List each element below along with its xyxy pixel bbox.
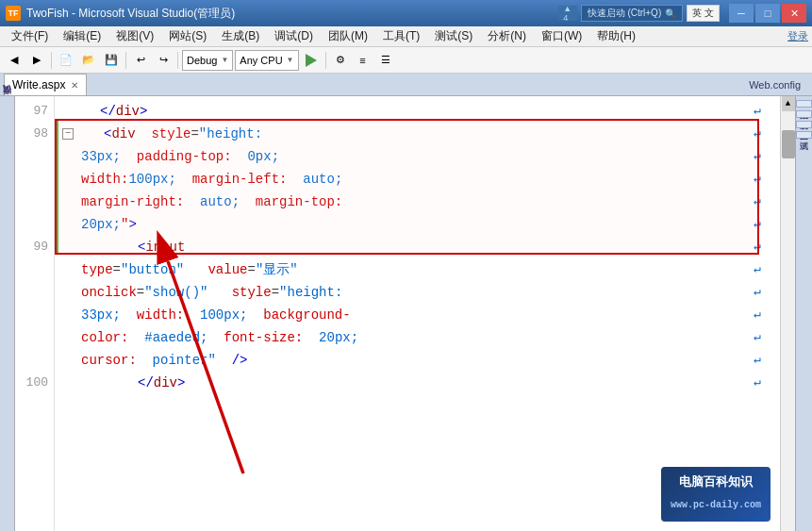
watermark: 电脑百科知识 www.pc-daily.com — [661, 467, 771, 522]
platform-dropdown[interactable]: Any CPU ▼ — [235, 50, 298, 71]
wrap-98b: ↵ — [754, 145, 761, 168]
new-button[interactable]: 📄 — [56, 50, 76, 71]
code-line-99e: color: #aaeded; font-size: 20px; ↵ — [62, 326, 780, 349]
tab-web-config[interactable]: Web.config — [741, 74, 808, 95]
line-num-blank-1 — [15, 145, 48, 168]
login-link[interactable]: 登录 — [787, 29, 808, 43]
wrap-99e: ↵ — [754, 326, 761, 349]
wrap-97: ↵ — [754, 100, 761, 123]
debug-mode-dropdown[interactable]: Debug ▼ — [182, 50, 233, 71]
line-num-blank-9 — [15, 349, 48, 372]
line-num-100: 100 — [15, 372, 48, 394]
code-line-98d: margin-right: auto; margin-top: ↵ — [62, 191, 780, 213]
maximize-button[interactable]: □ — [755, 4, 780, 23]
code-line-98e: 20px;"> ↵ — [62, 213, 780, 236]
menu-bar: 文件(F) 编辑(E) 视图(V) 网站(S) 生成(B) 调试(D) 团队(M… — [0, 26, 812, 47]
wrap-98d: ↵ — [754, 191, 761, 213]
wrap-99a: ↵ — [754, 236, 761, 258]
platform-dropdown-arrow: ▼ — [287, 56, 294, 64]
menu-view[interactable]: 视图(V) — [108, 26, 161, 46]
lang-indicator: 英 文 — [687, 5, 720, 22]
toolbar: ◀ ▶ 📄 📂 💾 ↩ ↪ Debug ▼ Any CPU ▼ ⚙ ≡ ☰ — [0, 47, 812, 74]
line-num-blank-6 — [15, 281, 48, 304]
play-icon — [306, 54, 317, 67]
line-num-97: 97 — [15, 100, 48, 123]
left-gutter: 调试 断点 — [0, 96, 15, 531]
scrollbar[interactable]: ▲ — [780, 96, 795, 531]
open-button[interactable]: 📂 — [78, 50, 99, 71]
watermark-url: www.pc-daily.com — [671, 494, 761, 517]
line-numbers: 97 98 99 100 — [15, 96, 55, 531]
window-title: TwoFish - Microsoft Visual Studio(管理员) — [26, 6, 558, 22]
tab-write-label: Write.aspx — [12, 78, 65, 91]
close-button[interactable]: ✕ — [782, 4, 806, 23]
wrap-98a: ↵ — [754, 123, 761, 145]
collapse-icon-98[interactable]: − — [62, 128, 74, 140]
toolbar-btn-6[interactable]: ☰ — [375, 50, 396, 71]
tab-bar: Write.aspx ✕ Web.config — [0, 74, 812, 96]
menu-build[interactable]: 生成(B) — [214, 26, 267, 46]
scroll-thumb[interactable] — [782, 130, 795, 158]
toolbar-separator-4 — [325, 52, 326, 69]
code-line-100: </div> ↵ — [62, 372, 780, 394]
run-button[interactable] — [301, 50, 322, 71]
window-controls: ─ □ ✕ — [729, 4, 806, 23]
back-button[interactable]: ◀ — [4, 50, 25, 71]
wrap-98c: ↵ — [754, 168, 761, 191]
line-num-99: 99 — [15, 236, 48, 258]
line-num-blank-7 — [15, 304, 48, 326]
wrap-99f: ↵ — [754, 349, 761, 372]
code-line-99f: cursor: pointer" /> ↵ — [62, 349, 780, 372]
menu-edit[interactable]: 编辑(E) — [56, 26, 108, 46]
tab-write-aspx[interactable]: Write.aspx ✕ — [4, 74, 87, 95]
scroll-up-btn[interactable]: ▲ — [782, 96, 795, 111]
menu-debug[interactable]: 调试(D) — [267, 26, 321, 46]
right-panel-error-list[interactable]: 错误列表 — [796, 110, 812, 118]
right-panel-find-results[interactable]: 查找结果 — [796, 100, 812, 108]
code-line-99d: 33px; width: 100px; background- ↵ — [62, 304, 780, 326]
line-num-blank-5 — [15, 258, 48, 281]
main-layout: 调试 断点 97 98 99 100 — [0, 96, 812, 531]
save-button[interactable]: 💾 — [101, 50, 122, 71]
line-num-blank-2 — [15, 168, 48, 191]
code-content[interactable]: </div> ↵ − <div style="height: ↵ 33px; — [55, 96, 780, 531]
menu-website[interactable]: 网站(S) — [161, 26, 214, 46]
menu-team[interactable]: 团队(M) — [321, 26, 375, 46]
attach-button[interactable]: ⚙ — [330, 50, 351, 71]
debug-dropdown-arrow: ▼ — [221, 56, 228, 64]
toolbar-separator-1 — [51, 52, 52, 69]
menu-help[interactable]: 帮助(H) — [589, 26, 643, 46]
line-num-blank-4 — [15, 213, 48, 236]
code-line-99c: onclick="show()" style="height: ↵ — [62, 281, 780, 304]
forward-button[interactable]: ▶ — [26, 50, 47, 71]
menu-analyze[interactable]: 分析(N) — [480, 26, 534, 46]
code-line-97: </div> ↵ — [62, 100, 780, 123]
minimize-button[interactable]: ─ — [729, 4, 754, 23]
wrap-100: ↵ — [754, 372, 761, 394]
line-num-98: 98 — [15, 123, 48, 145]
undo-button[interactable]: ↩ — [130, 50, 151, 71]
network-icon: ▲4 — [558, 6, 577, 21]
line-num-blank-3 — [15, 191, 48, 213]
menu-file[interactable]: 文件(F) — [4, 26, 56, 46]
right-panel-test[interactable]: 测试 — [796, 131, 812, 139]
title-bar: TF TwoFish - Microsoft Visual Studio(管理员… — [0, 0, 812, 26]
right-panel-team-explorer[interactable]: 团队资源管理器 — [796, 121, 812, 128]
menu-test[interactable]: 测试(S) — [427, 26, 480, 46]
tab-write-close[interactable]: ✕ — [71, 80, 78, 91]
right-panel: 查找结果 错误列表 团队资源管理器 测试 — [795, 96, 812, 531]
menu-window[interactable]: 窗口(W) — [534, 26, 589, 46]
wrap-99b: ↵ — [754, 258, 761, 281]
green-indicator — [55, 119, 58, 255]
code-line-99a: <input ↵ — [62, 236, 780, 258]
toolbar-separator-2 — [125, 52, 126, 69]
app-icon: TF — [6, 6, 21, 21]
redo-button[interactable]: ↪ — [153, 50, 174, 71]
wrap-99c: ↵ — [754, 281, 761, 304]
quick-launch[interactable]: 快速启动 (Ctrl+Q) 🔍 — [581, 5, 684, 22]
code-line-99b: type="button" value="显示" ↵ — [62, 258, 780, 281]
watermark-title: 电脑百科知识 — [679, 472, 753, 494]
line-num-blank-8 — [15, 326, 48, 349]
toolbar-btn-5[interactable]: ≡ — [353, 50, 373, 71]
menu-tools[interactable]: 工具(T) — [375, 26, 427, 46]
